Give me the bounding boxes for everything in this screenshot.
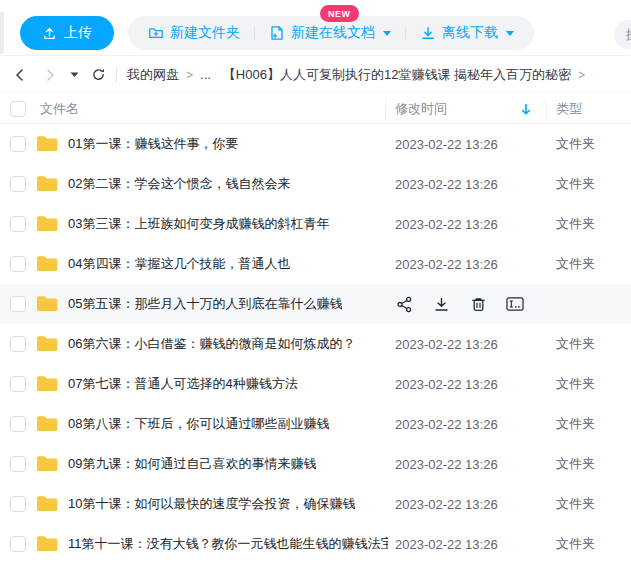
new-folder-icon — [148, 25, 164, 41]
file-name[interactable]: 04第四课：掌握这几个技能，普通人也 — [68, 244, 290, 284]
file-modified-time: 2023-02-22 13:26 — [395, 444, 498, 484]
table-row[interactable]: 08第八课：下班后，你可以通过哪些副业赚钱 2023-02-22 13:26 文… — [0, 404, 631, 444]
breadcrumb-root[interactable]: 我的网盘 — [127, 66, 179, 84]
row-checkbox[interactable] — [10, 256, 26, 272]
file-type: 文件夹 — [556, 364, 595, 404]
table-row[interactable]: 09第九课：如何通过自己喜欢的事情来赚钱 2023-02-22 13:26 文件… — [0, 444, 631, 484]
column-header-name[interactable]: 文件名 — [40, 93, 79, 125]
column-header-type[interactable]: 类型 — [556, 93, 582, 125]
row-checkbox[interactable] — [10, 296, 26, 312]
file-type: 文件夹 — [556, 164, 595, 204]
file-name[interactable]: 02第二课：学会这个惯念，钱自然会来 — [68, 164, 290, 204]
folder-icon — [36, 494, 59, 517]
row-checkbox[interactable] — [10, 496, 26, 512]
row-checkbox[interactable] — [10, 136, 26, 152]
table-row[interactable]: 01第一课：赚钱这件事，你要 2023-02-22 13:26 文件夹 — [0, 124, 631, 164]
folder-icon — [36, 334, 59, 357]
table-header: 文件名 修改时间 类型 — [0, 92, 631, 124]
offline-download-icon — [420, 25, 436, 41]
breadcrumb: 我的网盘 > ... 【H006】人人可复制执行的12堂赚钱课 揭秘年入百万的秘… — [0, 57, 631, 92]
offline-download-label: 离线下载 — [442, 24, 498, 42]
folder-icon — [36, 454, 59, 477]
file-modified-time: 2023-02-22 13:26 — [395, 524, 498, 564]
file-name[interactable]: 05第五课：那些月入十万的人到底在靠什么赚钱 — [68, 284, 342, 324]
row-checkbox[interactable] — [10, 216, 26, 232]
table-row[interactable]: 11第十一课：没有大钱？教你一元钱也能生钱的赚钱法宝 2023-02-22 13… — [0, 524, 631, 564]
new-online-doc-label: 新建在线文档 — [291, 24, 375, 42]
folder-icon — [36, 294, 59, 317]
table-row[interactable]: 07第七课：普通人可选择的4种赚钱方法 2023-02-22 13:26 文件夹 — [0, 364, 631, 404]
folder-icon — [36, 374, 59, 397]
file-name[interactable]: 08第八课：下班后，你可以通过哪些副业赚钱 — [68, 404, 329, 444]
table-row[interactable]: 04第四课：掌握这几个技能，普通人也 2023-02-22 13:26 文件夹 — [0, 244, 631, 284]
file-list: 01第一课：赚钱这件事，你要 2023-02-22 13:26 文件夹 02第二… — [0, 124, 631, 564]
column-divider — [546, 99, 547, 119]
file-modified-time: 2023-02-22 13:26 — [395, 324, 498, 364]
sidebar-edge — [0, 12, 4, 54]
new-folder-button[interactable]: 新建文件夹 — [134, 16, 254, 50]
breadcrumb-collapsed[interactable]: ... — [200, 67, 211, 82]
file-type: 文件夹 — [556, 124, 595, 164]
folder-icon — [36, 414, 59, 437]
file-name[interactable]: 11第十一课：没有大钱？教你一元钱也能生钱的赚钱法宝 — [68, 524, 388, 564]
row-checkbox[interactable] — [10, 376, 26, 392]
column-header-modified[interactable]: 修改时间 — [395, 93, 447, 125]
folder-icon — [36, 254, 59, 277]
file-type: 文件夹 — [556, 524, 595, 564]
row-checkbox[interactable] — [10, 336, 26, 352]
row-checkbox[interactable] — [10, 456, 26, 472]
file-name[interactable]: 06第六课：小白借鉴：赚钱的微商是如何炼成的？ — [68, 324, 355, 364]
file-type: 文件夹 — [556, 324, 595, 364]
table-row[interactable]: 06第六课：小白借鉴：赚钱的微商是如何炼成的？ 2023-02-22 13:26… — [0, 324, 631, 364]
share-icon[interactable] — [395, 295, 413, 313]
file-type: 文件夹 — [556, 444, 595, 484]
forward-button[interactable] — [38, 63, 62, 87]
upload-label: 上传 — [64, 24, 92, 42]
table-row[interactable]: 05第五课：那些月入十万的人到底在靠什么赚钱 — [0, 284, 631, 324]
offline-download-button[interactable]: 离线下载 — [406, 16, 528, 50]
table-row[interactable]: 02第二课：学会这个惯念，钱自然会来 2023-02-22 13:26 文件夹 — [0, 164, 631, 204]
row-checkbox[interactable] — [10, 176, 26, 192]
file-name[interactable]: 09第九课：如何通过自己喜欢的事情来赚钱 — [68, 444, 316, 484]
breadcrumb-current[interactable]: 【H006】人人可复制执行的12堂赚钱课 揭秘年入百万的秘密 — [223, 66, 571, 84]
search-input[interactable]: 搜 — [614, 20, 631, 49]
select-all-checkbox[interactable] — [10, 101, 26, 117]
new-folder-label: 新建文件夹 — [170, 24, 240, 42]
file-name[interactable]: 07第七课：普通人可选择的4种赚钱方法 — [68, 364, 298, 404]
table-row[interactable]: 03第三课：上班族如何变身成赚钱的斜杠青年 2023-02-22 13:26 文… — [0, 204, 631, 244]
chevron-down-icon — [506, 31, 514, 36]
folder-icon — [36, 134, 59, 157]
file-modified-time: 2023-02-22 13:26 — [395, 204, 498, 244]
file-manager-window: 上传 新建文件夹 新建在线文档 离线下载 — [0, 0, 631, 575]
folder-icon — [36, 174, 59, 197]
folder-icon — [36, 534, 59, 557]
column-divider — [385, 99, 386, 119]
back-button[interactable] — [8, 63, 32, 87]
file-type: 文件夹 — [556, 204, 595, 244]
sort-descending-icon[interactable] — [520, 93, 532, 125]
search-hint-text: 搜 — [626, 26, 631, 44]
file-modified-time: 2023-02-22 13:26 — [395, 484, 498, 524]
table-row[interactable]: 10第十课：如何以最快的速度学会投资，确保赚钱 2023-02-22 13:26… — [0, 484, 631, 524]
breadcrumb-trailing-separator: > — [578, 68, 585, 82]
file-type: 文件夹 — [556, 404, 595, 444]
rename-icon[interactable] — [506, 295, 524, 313]
file-type: 文件夹 — [556, 484, 595, 524]
toolbar: 上传 新建文件夹 新建在线文档 离线下载 — [0, 0, 631, 56]
file-modified-time: 2023-02-22 13:26 — [395, 124, 498, 164]
chevron-down-icon — [383, 31, 391, 36]
breadcrumb-divider — [116, 67, 117, 83]
upload-button[interactable]: 上传 — [20, 16, 114, 50]
file-name[interactable]: 03第三课：上班族如何变身成赚钱的斜杠青年 — [68, 204, 329, 244]
row-checkbox[interactable] — [10, 536, 26, 552]
row-actions — [395, 284, 524, 324]
delete-icon[interactable] — [469, 295, 487, 313]
folder-icon — [36, 214, 59, 237]
file-name[interactable]: 10第十课：如何以最快的速度学会投资，确保赚钱 — [68, 484, 355, 524]
row-checkbox[interactable] — [10, 416, 26, 432]
download-icon[interactable] — [432, 295, 450, 313]
file-modified-time: 2023-02-22 13:26 — [395, 244, 498, 284]
history-dropdown-button[interactable] — [66, 63, 82, 87]
refresh-button[interactable] — [86, 63, 110, 87]
file-name[interactable]: 01第一课：赚钱这件事，你要 — [68, 124, 238, 164]
